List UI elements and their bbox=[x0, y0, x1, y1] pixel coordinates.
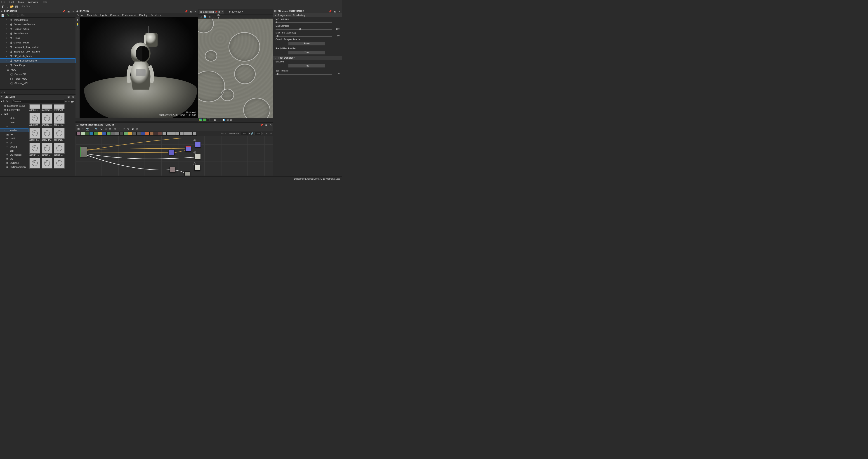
library-tree-item[interactable]: ≡LwConversion bbox=[0, 165, 29, 169]
fit-icon[interactable]: ✦ bbox=[217, 119, 219, 121]
color-icon[interactable]: ◉ bbox=[230, 118, 232, 121]
palette-node[interactable] bbox=[76, 132, 81, 136]
pin-icon[interactable]: 📌 bbox=[215, 11, 217, 13]
section-header[interactable]: ⌄Progressive Rendering bbox=[273, 13, 342, 17]
viewport-3d[interactable]: Photoreal Iterations: 282/500 Time: 41s/… bbox=[80, 17, 198, 118]
star-icon[interactable]: ☆ bbox=[68, 100, 70, 103]
alpha-icon[interactable] bbox=[207, 118, 210, 121]
filter-icon[interactable]: ⧩ bbox=[65, 100, 67, 103]
path-icon[interactable]: ⟋ bbox=[117, 127, 121, 131]
library-tree-item[interactable]: ▤Light Profile bbox=[0, 108, 29, 112]
popout-icon[interactable]: ▣ bbox=[67, 10, 70, 13]
node-badge-icon[interactable]: ↻ bbox=[193, 163, 196, 165]
palette-node[interactable] bbox=[149, 132, 154, 136]
parent-width-input[interactable] bbox=[241, 132, 248, 135]
node-palette[interactable]: ⚙◦◦ Parent Size:▾🔗▾ » ⚙ bbox=[75, 131, 273, 136]
palette-node[interactable] bbox=[102, 132, 106, 136]
palette-node[interactable] bbox=[94, 132, 98, 136]
graph-node[interactable] bbox=[185, 146, 191, 151]
graph-node[interactable] bbox=[184, 171, 190, 176]
library-tree-item[interactable]: ≡math bbox=[0, 136, 29, 141]
library-tree-item[interactable]: ≡LwTooltips bbox=[0, 153, 29, 157]
palette-node[interactable] bbox=[85, 132, 89, 136]
import-icon[interactable]: ⎘ bbox=[16, 13, 20, 17]
explorer-item[interactable]: ›⇶BootsTexture bbox=[0, 31, 75, 36]
library-thumbnail[interactable] bbox=[41, 128, 53, 139]
close-icon[interactable]: ✕ bbox=[71, 95, 74, 98]
library-tree-item[interactable]: ▤tex bbox=[0, 132, 29, 136]
palette-node[interactable] bbox=[136, 132, 141, 136]
shuffle-icon[interactable]: ⤮ bbox=[103, 127, 107, 131]
library-thumbnail[interactable] bbox=[54, 128, 65, 139]
undo-icon[interactable]: ↶▾ bbox=[22, 4, 26, 8]
graph-node[interactable] bbox=[195, 154, 201, 159]
palette-node[interactable] bbox=[128, 132, 132, 136]
library-tree-item[interactable]: ≡Lw bbox=[0, 157, 29, 161]
grid-icon[interactable]: ⊞ bbox=[135, 127, 139, 131]
palette-node[interactable] bbox=[192, 132, 197, 136]
graph-node-input[interactable] bbox=[81, 147, 87, 157]
close-icon[interactable]: ✕ bbox=[269, 123, 272, 126]
palette-node[interactable] bbox=[184, 132, 188, 136]
graph-canvas[interactable]: ↻ ↻ ↻ bbox=[75, 136, 273, 176]
viewport-2d[interactable] bbox=[198, 19, 273, 118]
palette-node[interactable] bbox=[81, 132, 85, 136]
explorer-item[interactable]: ›⇶Backpack_Top_Texture bbox=[0, 45, 75, 49]
export-icon[interactable]: ⇱ bbox=[11, 13, 14, 17]
library-grid[interactable]: adobe_o…alexandri…amethystametrineanodiz… bbox=[29, 104, 75, 176]
library-tree-item[interactable]: ▤Measured BSDF bbox=[0, 104, 29, 108]
toggle-button[interactable]: True bbox=[288, 51, 325, 55]
home-icon[interactable]: ⌂ bbox=[5, 4, 9, 8]
palette-node[interactable] bbox=[98, 132, 102, 136]
settings-icon[interactable]: ⚙▾ bbox=[21, 13, 24, 17]
explorer-tree[interactable]: ›⇶TorsoTexture›⇶AccessoriesTexture›⇶Helm… bbox=[0, 18, 75, 89]
redo-icon[interactable]: ↷▾ bbox=[26, 4, 30, 8]
zoom-icon[interactable]: 🔍 bbox=[94, 127, 98, 131]
library-thumbnail[interactable] bbox=[41, 158, 53, 169]
view3d-menu[interactable]: Scene bbox=[77, 14, 84, 17]
light-icon[interactable]: 💡 bbox=[76, 23, 79, 26]
copy-icon[interactable]: ⎘ bbox=[208, 15, 211, 18]
save-icon[interactable]: 💾 bbox=[204, 15, 207, 18]
library-tree-header[interactable]: ⌄mdl bbox=[0, 112, 29, 116]
settings-icon[interactable]: ⚙ bbox=[270, 132, 272, 135]
parent-height-input[interactable] bbox=[254, 132, 261, 135]
pin-icon[interactable]: 📌 bbox=[62, 10, 66, 13]
explorer-item[interactable]: ›⇶BG_Mesh_Texture bbox=[0, 54, 75, 58]
palette-node[interactable] bbox=[115, 132, 119, 136]
node-badge-icon[interactable]: ↻ bbox=[193, 139, 196, 142]
menu-help[interactable]: Help bbox=[42, 1, 47, 3]
palette-node[interactable] bbox=[119, 132, 124, 136]
port-icon[interactable]: ◦ bbox=[225, 132, 226, 135]
library-tree-item[interactable]: ≡df bbox=[0, 141, 29, 145]
info-icon[interactable]: i bbox=[90, 127, 94, 131]
explorer-item[interactable]: ◯Torso_MDL bbox=[0, 77, 75, 81]
popout-icon[interactable]: ▣ bbox=[333, 10, 336, 13]
view3d-menu[interactable]: Environment bbox=[122, 14, 136, 17]
fold-icon[interactable]: ▸ bbox=[1, 100, 2, 103]
tool-icon[interactable]: 📷 bbox=[86, 127, 90, 131]
pen-icon[interactable]: ✎ bbox=[126, 127, 130, 131]
pin-icon[interactable]: 📌 bbox=[185, 10, 188, 13]
section-header[interactable]: ⌄Post Denoiser bbox=[273, 56, 342, 60]
explorer-item[interactable]: ◯Gloves_MDL bbox=[0, 81, 75, 86]
share-icon[interactable]: ⤴ bbox=[213, 15, 216, 18]
view3d-menu[interactable]: Camera bbox=[110, 14, 119, 17]
edit-icon[interactable]: ✎ bbox=[6, 100, 8, 103]
library-tree-item[interactable]: ≡LwBase bbox=[0, 161, 29, 165]
cut-icon[interactable]: ✂ bbox=[122, 127, 126, 131]
refresh-icon[interactable]: ↻ bbox=[6, 13, 9, 17]
library-thumbnail[interactable] bbox=[54, 143, 65, 153]
library-tree-item[interactable]: ≡base bbox=[0, 120, 29, 124]
popout-icon[interactable]: ▣ bbox=[189, 10, 192, 13]
tab-basecolor[interactable]: ▦ Basecolor 📌 ▣ ✕ bbox=[199, 10, 224, 14]
picker-icon[interactable]: ⬚ bbox=[199, 15, 202, 18]
palette-node[interactable] bbox=[141, 132, 145, 136]
library-thumbnail[interactable] bbox=[29, 113, 40, 124]
palette-node[interactable] bbox=[162, 132, 166, 136]
hist-icon[interactable]: 📊 bbox=[222, 119, 225, 121]
library-tree-item[interactable]: ⤳state bbox=[0, 116, 29, 120]
popout-icon[interactable]: ▣ bbox=[218, 11, 220, 13]
menu-windows[interactable]: Windows bbox=[28, 1, 38, 3]
channel-icon[interactable] bbox=[203, 118, 206, 121]
